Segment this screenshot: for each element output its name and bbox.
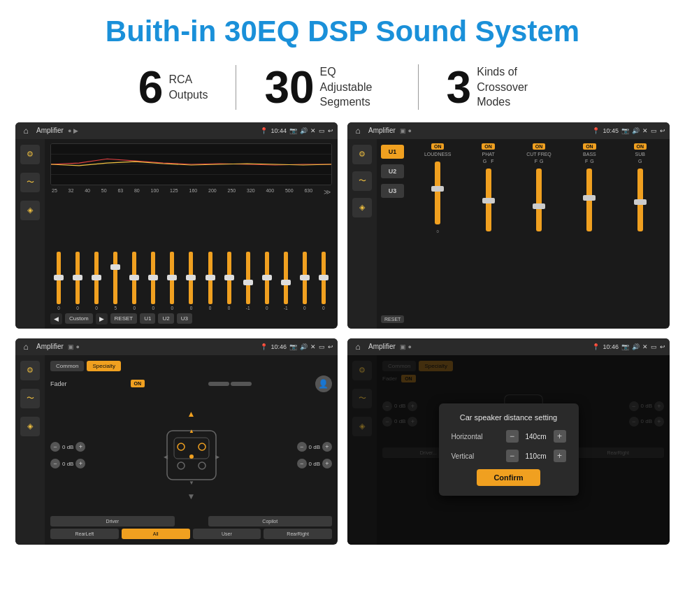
camera-icon-3: 📷 [289,343,297,350]
confirm-button[interactable]: Confirm [477,469,540,486]
u2-select-btn[interactable]: U2 [381,164,404,178]
eq-wave-icon[interactable]: 〜 [20,173,40,192]
eq-next-btn[interactable]: ▶ [96,313,108,324]
copilot-btn[interactable]: Copilot [208,516,333,527]
vertical-row: Vertical − 110cm + [452,450,566,462]
fader-content: ⚙ 〜 ◈ Common Specialty Fader ON 👤 [15,355,338,545]
slider-5[interactable]: 0 [126,252,143,310]
sub-slider[interactable] [637,169,643,231]
eq-u3-btn[interactable]: U3 [177,313,192,324]
eq-speaker-icon[interactable]: ◈ [20,201,40,220]
slider-15[interactable]: 0 [315,252,332,310]
fader-speaker-icon[interactable]: ◈ [20,417,40,436]
eq-content: ⚙ 〜 ◈ [15,139,338,329]
volume-icon-1: 🔊 [300,127,308,134]
bass-col: ON BASS FG [565,143,613,324]
location-icon-2: 📍 [592,127,600,134]
crossover-side-panel: ⚙ 〜 ◈ [347,139,377,329]
rearleft-btn[interactable]: RearLeft [50,529,119,539]
cross-speaker-icon[interactable]: ◈ [352,198,372,217]
driver-btn[interactable]: Driver [50,516,175,527]
time-3: 10:46 [271,343,287,350]
slider-8[interactable]: 0 [182,252,199,310]
loudness-label: LOUDNESS [424,152,452,157]
rl-plus-btn[interactable]: + [75,459,85,468]
loudness-slider[interactable] [435,162,440,224]
sub-on[interactable]: ON [634,143,647,150]
eq-u2-btn[interactable]: U2 [158,313,173,324]
vertical-minus-btn[interactable]: − [506,450,519,462]
rearright-btn[interactable]: RearRight [264,529,332,539]
cross-reset-btn[interactable]: RESET [381,315,404,323]
cutfreq-on[interactable]: ON [533,143,546,150]
slider-2[interactable]: 0 [69,252,86,310]
eq-u1-btn[interactable]: U1 [140,313,155,324]
loudness-on[interactable]: ON [431,143,445,150]
status-icons-4: 📍 10:46 📷 🔊 ✕ ▭ ↩ [592,343,665,350]
fader-on-toggle[interactable]: ON [131,380,145,387]
eq-sliders: 0 0 0 5 0 [50,200,332,310]
crossover-content: ⚙ 〜 ◈ U1 U2 U3 RESET ON LOUDNESS 0 [347,139,670,329]
common-tab[interactable]: Common [50,361,84,371]
rl-minus-btn[interactable]: − [50,459,60,468]
horizontal-plus-btn[interactable]: + [554,430,566,443]
rr-minus-btn[interactable]: − [297,459,307,468]
home-icon-4: ⌂ [352,341,364,353]
expand-icon[interactable]: ≫ [324,188,331,196]
phat-on[interactable]: ON [482,143,495,150]
bass-slider[interactable] [586,169,592,231]
x-icon-3: ✕ [310,343,316,350]
fl-plus-btn[interactable]: + [75,442,85,452]
slider-7[interactable]: 0 [164,252,180,310]
svg-text:▼: ▼ [189,480,194,486]
cross-wave-icon[interactable]: 〜 [352,171,372,191]
horizontal-label: Horizontal [452,433,483,440]
cutfreq-slider[interactable] [536,169,542,231]
slider-11[interactable]: -1 [240,252,257,310]
slider-6[interactable]: 0 [145,252,161,310]
slider-9[interactable]: 0 [202,252,219,310]
sub-label: SUB [635,152,645,157]
horizontal-minus-btn[interactable]: − [506,430,519,443]
bass-on[interactable]: ON [583,143,596,150]
u1-select-btn[interactable]: U1 [381,145,404,159]
eq-prev-btn[interactable]: ◀ [50,313,62,324]
eq-reset-btn[interactable]: RESET [110,313,138,324]
status-icons-1: 📍 10:44 📷 🔊 ✕ ▭ ↩ [260,127,333,134]
eq-graph [50,143,332,185]
back-icon-4: ↩ [660,343,665,350]
rr-plus-btn[interactable]: + [322,459,332,468]
bass-label: BASS [583,152,596,157]
vertical-plus-btn[interactable]: + [554,450,566,462]
specialty-tab[interactable]: Specialty [87,361,120,371]
camera-icon-2: 📷 [621,127,629,134]
fl-minus-btn[interactable]: − [50,442,60,452]
fader-bottom-btns: Driver Copilot [50,516,332,527]
u3-select-btn[interactable]: U3 [381,184,404,198]
cross-filter-icon[interactable]: ⚙ [352,145,372,164]
volume-icon-2: 🔊 [632,127,640,134]
eq-custom-btn[interactable]: Custom [65,313,93,324]
slider-10[interactable]: 0 [221,252,238,310]
fr-db-control: − 0 dB + [297,442,332,452]
fader-wave-icon[interactable]: 〜 [20,389,40,408]
slider-14[interactable]: 0 [296,252,313,310]
fr-plus-btn[interactable]: + [322,442,332,452]
fader-filter-icon[interactable]: ⚙ [20,361,40,380]
fader-main-panel: Common Specialty Fader ON 👤 [45,355,338,545]
eq-filter-icon[interactable]: ⚙ [20,145,40,164]
slider-13[interactable]: -1 [277,252,294,310]
slider-12[interactable]: 0 [259,252,275,310]
volume-icon-3: 🔊 [300,343,308,350]
window-icon-4: ▭ [651,343,657,350]
fr-minus-btn[interactable]: − [297,442,307,452]
phat-slider[interactable] [486,169,491,231]
user-btn[interactable]: User [193,529,261,539]
slider-3[interactable]: 0 [88,252,105,310]
all-btn[interactable]: All [122,529,190,539]
slider-1[interactable]: 0 [50,252,67,310]
slider-4[interactable]: 5 [107,252,124,310]
dots-1: ● ▶ [68,127,78,134]
back-icon-3: ↩ [328,343,333,350]
screen3-title: Amplifier [36,343,64,350]
